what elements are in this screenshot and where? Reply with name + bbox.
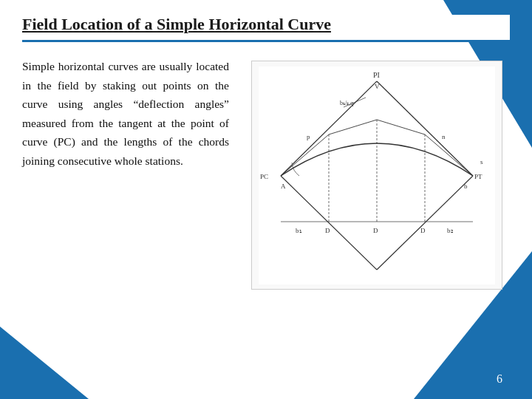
diagram-container: D D D b₁ b₂ PI V PC A [251, 61, 502, 290]
svg-text:D: D [325, 227, 330, 234]
svg-text:n: n [442, 133, 446, 140]
title-bar: Field Location of a Simple Horizontal Cu… [22, 15, 510, 42]
svg-text:b₁: b₁ [296, 227, 302, 234]
svg-text:PT: PT [474, 173, 482, 180]
main-area: Simple horizontal curves are usually loc… [22, 57, 510, 293]
curve-diagram: D D D b₁ b₂ PI V PC A [259, 66, 495, 284]
page-number: 6 [497, 372, 502, 386]
svg-text:V: V [375, 83, 380, 90]
slide-title: Field Location of a Simple Horizontal Cu… [22, 15, 510, 34]
body-text: Simple horizontal curves are usually loc… [22, 57, 229, 170]
svg-text:D: D [373, 227, 378, 234]
svg-text:D: D [420, 227, 426, 234]
slide-content: Field Location of a Simple Horizontal Cu… [0, 0, 532, 399]
svg-text:PI: PI [373, 71, 380, 79]
svg-text:A: A [281, 183, 286, 190]
diagram-block: D D D b₁ b₂ PI V PC A [244, 57, 510, 293]
svg-text:p: p [307, 133, 310, 140]
svg-text:b₂: b₂ [447, 227, 454, 234]
svg-text:b₁/₂,q: b₁/₂,q [340, 100, 353, 106]
svg-text:PC: PC [260, 173, 268, 180]
svg-text:s: s [480, 158, 483, 166]
svg-text:b: b [464, 183, 468, 190]
